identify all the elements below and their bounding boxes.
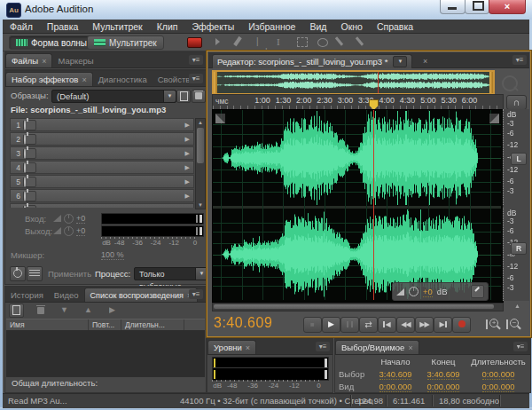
tab-close-icon[interactable]: × bbox=[246, 343, 250, 352]
slot-power-icon[interactable] bbox=[23, 205, 36, 209]
tab-effects-rack[interactable]: Набор эффектов × bbox=[5, 72, 93, 86]
move-down-button[interactable]: ▼ bbox=[57, 304, 72, 318]
move-tool-icon[interactable] bbox=[215, 36, 226, 47]
panel-menu-icon[interactable]: ▾≡ bbox=[512, 55, 527, 65]
presets-dropdown[interactable]: (Default) ▼ bbox=[51, 90, 176, 103]
overview-strip[interactable] bbox=[212, 70, 495, 95]
selection-start-value[interactable]: 3:40.609 bbox=[371, 369, 420, 379]
tab-diagnostics[interactable]: Диагностика bbox=[93, 73, 153, 86]
slot-arrow-icon[interactable]: ▶ bbox=[185, 193, 190, 200]
scrollbar-thumb[interactable] bbox=[214, 304, 494, 309]
menu-window[interactable]: Окно bbox=[333, 21, 369, 32]
volume-hud[interactable]: +0 dB bbox=[392, 282, 489, 301]
zoom-in-button[interactable]: + bbox=[486, 319, 502, 331]
slot-arrow-icon[interactable]: ▶ bbox=[185, 122, 190, 129]
tab-markers[interactable]: Маркеры bbox=[52, 54, 98, 67]
menu-help[interactable]: Справка bbox=[370, 21, 420, 32]
tab-selection-view[interactable]: Выбор/Видимое × bbox=[335, 340, 419, 354]
panel-menu-icon[interactable]: ▾≡ bbox=[189, 289, 203, 299]
effect-slot[interactable]: 3▶ bbox=[10, 146, 194, 160]
input-knob-icon[interactable] bbox=[64, 214, 74, 224]
menu-file[interactable]: Файл bbox=[3, 21, 40, 32]
menu-favorites[interactable]: Избранное bbox=[241, 21, 302, 32]
scrollbar-thumb[interactable] bbox=[197, 128, 204, 163]
panel-menu-icon[interactable]: ▾≡ bbox=[189, 55, 203, 65]
right-channel-button[interactable]: R bbox=[511, 242, 527, 255]
effects-scrollbar[interactable]: ▲ ▼ bbox=[195, 118, 206, 209]
marquee-tool-icon[interactable] bbox=[297, 36, 308, 47]
output-gain-value[interactable]: +0 bbox=[76, 226, 85, 236]
tab-levels[interactable]: Уровни × bbox=[207, 340, 256, 354]
dropdown-arrow-icon[interactable]: ▼ bbox=[393, 56, 407, 67]
panel-menu-icon[interactable]: ▾≡ bbox=[316, 342, 330, 351]
effect-slot[interactable]: 5▶ bbox=[10, 175, 194, 188]
menu-view[interactable]: Вид bbox=[302, 21, 333, 32]
omega-icon[interactable]: ∩ bbox=[506, 95, 527, 110]
effect-slot[interactable]: 7▶ bbox=[10, 203, 194, 208]
hud-gain-value[interactable]: +0 bbox=[423, 287, 433, 297]
slip-tool-icon[interactable]: |↔| bbox=[256, 36, 267, 47]
menu-multitrack[interactable]: Мультитрек bbox=[85, 21, 149, 32]
rack-power-button[interactable] bbox=[10, 266, 26, 281]
healing-brush-tool-icon[interactable] bbox=[358, 36, 369, 47]
new-playlist-button[interactable] bbox=[9, 304, 24, 318]
tab-close-icon[interactable]: × bbox=[82, 75, 86, 84]
go-to-end-button[interactable]: ▶ bbox=[434, 317, 452, 333]
panel-menu-icon[interactable]: ▾≡ bbox=[189, 74, 203, 83]
slot-arrow-icon[interactable]: ▶ bbox=[185, 150, 190, 157]
record-button[interactable] bbox=[452, 317, 471, 333]
time-ruler[interactable]: чмс 1:001:302:002:303:003:304:004:305:00… bbox=[212, 94, 504, 110]
slot-arrow-icon[interactable]: ▶ bbox=[185, 136, 190, 143]
tab-close-icon[interactable]: × bbox=[408, 343, 412, 352]
brush-tool-icon[interactable] bbox=[338, 36, 348, 47]
forward-button[interactable]: ▶▶ bbox=[415, 317, 434, 333]
slot-arrow-icon[interactable]: ▶ bbox=[185, 178, 190, 185]
menu-effects[interactable]: Эффекты bbox=[185, 21, 242, 32]
maximize-button[interactable] bbox=[465, 0, 489, 14]
effect-slot[interactable]: 2▶ bbox=[10, 132, 194, 146]
slot-arrow-icon[interactable]: ▶ bbox=[185, 164, 190, 171]
zoom-out-button[interactable]: − bbox=[506, 319, 522, 331]
input-gain-value[interactable]: +0 bbox=[76, 214, 85, 224]
save-preset-button[interactable] bbox=[176, 90, 191, 103]
play-playlist-button[interactable]: ▶ bbox=[105, 304, 120, 318]
time-selection-tool-icon[interactable]: I bbox=[277, 36, 287, 47]
rewind-button[interactable]: ◀◀ bbox=[396, 317, 415, 333]
overview-playhead[interactable] bbox=[378, 72, 379, 93]
tab-editor[interactable]: Редактор: scorpions_-_still_loving_you.m… bbox=[212, 54, 412, 68]
minimize-button[interactable] bbox=[440, 0, 466, 14]
output-knob-icon[interactable] bbox=[64, 226, 74, 236]
view-start-value[interactable]: 0:00.000 bbox=[371, 382, 420, 391]
zoom-navigator-icon[interactable] bbox=[502, 75, 518, 91]
rack-list-button[interactable] bbox=[27, 266, 43, 281]
slot-arrow-icon[interactable]: ▶ bbox=[185, 207, 190, 209]
column-name[interactable]: Имя bbox=[6, 319, 89, 330]
play-button[interactable]: ▶ bbox=[322, 317, 340, 333]
apply-button[interactable]: Применить bbox=[48, 269, 91, 279]
razor-tool-icon[interactable] bbox=[236, 36, 246, 47]
selection-end-value[interactable]: 3:40.609 bbox=[420, 369, 466, 379]
mixer-value[interactable]: 100 % bbox=[101, 250, 124, 260]
view-end-value[interactable]: 0:00.000 bbox=[420, 382, 466, 391]
go-to-start-button[interactable]: ◀ bbox=[378, 317, 396, 333]
slot-power-icon[interactable] bbox=[23, 191, 36, 201]
overview-left-handle[interactable] bbox=[214, 72, 217, 93]
loop-button[interactable]: ⇄ bbox=[359, 317, 378, 333]
playlist-body[interactable] bbox=[6, 330, 205, 380]
slot-power-icon[interactable] bbox=[23, 162, 36, 173]
pause-button[interactable] bbox=[340, 317, 359, 333]
selection-duration-value[interactable]: 0:00.000 bbox=[466, 369, 530, 379]
close-button[interactable]: × bbox=[489, 0, 526, 14]
tab-files[interactable]: Файлы × bbox=[5, 53, 52, 67]
lasso-tool-icon[interactable] bbox=[317, 36, 328, 47]
stop-button[interactable]: ■ bbox=[303, 317, 322, 333]
tab-close-icon[interactable]: × bbox=[423, 57, 427, 66]
overview-right-handle[interactable] bbox=[489, 72, 493, 93]
scroll-corner-icon[interactable]: ▲ bbox=[514, 303, 520, 309]
tab-close-icon[interactable]: × bbox=[42, 57, 46, 66]
slot-power-icon[interactable] bbox=[23, 134, 36, 145]
panel-menu-icon[interactable]: ▾≡ bbox=[513, 342, 528, 351]
multitrack-mode-button[interactable]: Мультитрек bbox=[87, 35, 164, 50]
column-duration[interactable]: Длительн... bbox=[121, 319, 184, 330]
slot-power-icon[interactable] bbox=[23, 120, 36, 130]
